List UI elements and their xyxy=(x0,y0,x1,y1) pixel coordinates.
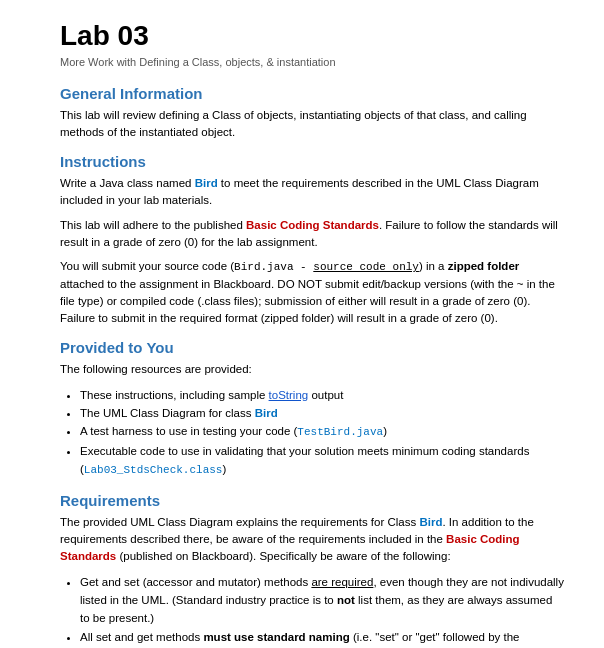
bird-class-link-2[interactable]: Bird xyxy=(255,407,278,419)
are-required-underline: are required xyxy=(311,576,373,588)
requirements-para1: The provided UML Class Diagram explains … xyxy=(60,514,564,566)
list-item: The UML Class Diagram for class Bird xyxy=(80,404,564,422)
provided-intro: The following resources are provided: xyxy=(60,361,564,378)
provided-item-1-suffix: output xyxy=(308,389,343,401)
bird-java-mono: Bird.java xyxy=(234,261,293,273)
provided-item-3-prefix: A test harness to use in testing your co… xyxy=(80,425,297,437)
req-item-1-prefix: Get and set (accessor and mutator) metho… xyxy=(80,576,311,588)
must-use-standard-naming: must use standard naming xyxy=(203,631,349,643)
req-item-2-prefix: All set and get methods xyxy=(80,631,203,643)
list-item: All set and get methods must use standar… xyxy=(80,628,564,648)
not-bold: not xyxy=(337,594,355,606)
provided-heading: Provided to You xyxy=(60,339,564,356)
instructions-para2: This lab will adhere to the published Ba… xyxy=(60,217,564,252)
provided-item-4-suffix: ) xyxy=(222,463,226,475)
instructions-para3-rest: attached to the assignment in Blackboard… xyxy=(60,278,555,325)
instructions-para3-close: ) in a xyxy=(419,260,448,272)
list-item: These instructions, including sample toS… xyxy=(80,386,564,404)
instructions-para1-prefix: Write a Java class named xyxy=(60,177,195,189)
bird-class-link-1[interactable]: Bird xyxy=(195,177,218,189)
bird-class-link-3[interactable]: Bird xyxy=(419,516,442,528)
list-item: A test harness to use in testing your co… xyxy=(80,422,564,442)
tostring-link[interactable]: toString xyxy=(269,389,309,401)
testbird-java-link[interactable]: TestBird.java xyxy=(297,426,383,438)
zipped-folder-bold: zipped folder xyxy=(448,260,520,272)
subtitle: More Work with Defining a Class, objects… xyxy=(60,54,564,71)
general-information-text: This lab will review defining a Class of… xyxy=(60,107,564,142)
instructions-dash: - xyxy=(294,261,314,273)
requirements-list: Get and set (accessor and mutator) metho… xyxy=(80,573,564,648)
provided-item-3-suffix: ) xyxy=(383,425,387,437)
stdscheck-link[interactable]: Lab03_StdsCheck.class xyxy=(84,464,223,476)
general-information-heading: General Information xyxy=(60,85,564,102)
instructions-para1: Write a Java class named Bird to meet th… xyxy=(60,175,564,210)
source-code-only: source code only xyxy=(313,261,419,273)
basic-coding-standards-link-1[interactable]: Basic Coding Standards xyxy=(246,219,379,231)
list-item: Get and set (accessor and mutator) metho… xyxy=(80,573,564,628)
requirements-para1-prefix: The provided UML Class Diagram explains … xyxy=(60,516,419,528)
instructions-para3-prefix: You will submit your source code ( xyxy=(60,260,234,272)
instructions-para3: You will submit your source code (Bird.j… xyxy=(60,258,564,327)
instructions-heading: Instructions xyxy=(60,153,564,170)
page-title: Lab 03 xyxy=(60,20,564,52)
instructions-para2-prefix: This lab will adhere to the published xyxy=(60,219,246,231)
requirements-heading: Requirements xyxy=(60,492,564,509)
provided-list: These instructions, including sample toS… xyxy=(80,386,564,480)
list-item: Executable code to use in validating tha… xyxy=(80,442,564,480)
provided-item-2-prefix: The UML Class Diagram for class xyxy=(80,407,255,419)
requirements-para1-suffix: (published on Blackboard). Specifically … xyxy=(116,550,450,562)
provided-item-1-prefix: These instructions, including sample xyxy=(80,389,269,401)
